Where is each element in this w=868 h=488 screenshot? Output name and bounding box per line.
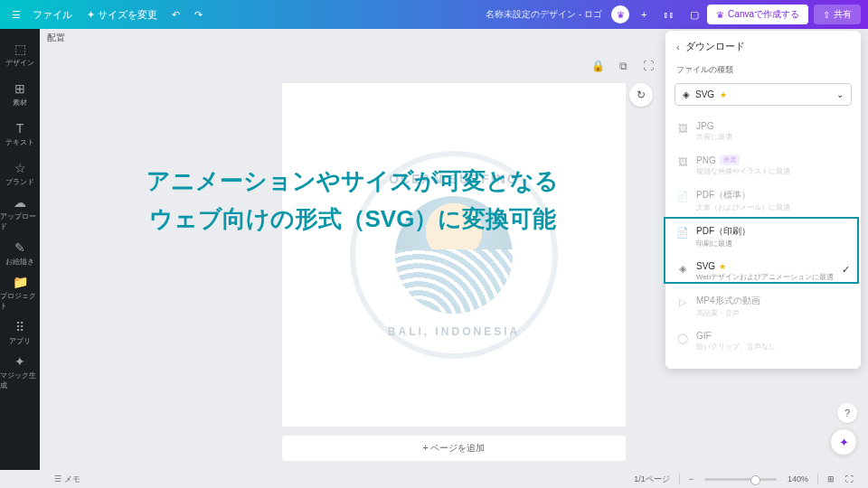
bottom-bar: ☰メモ 1/1ページ − 140% ⊞ ⛶ (40, 470, 868, 488)
format-desc: 印刷に最適 (696, 239, 850, 249)
format-icon: ▷ (676, 296, 689, 308)
format-desc: Webデザインおよびアニメーションに最適 (696, 272, 850, 282)
nav-label: お絵描き (5, 257, 34, 267)
check-icon: ✓ (842, 264, 850, 276)
nav-icon: 📁 (13, 275, 28, 289)
nav-item-8[interactable]: ✦マジック生成 (0, 352, 40, 392)
nav-label: 素材 (13, 98, 27, 108)
nav-item-3[interactable]: ☆ブランド (0, 154, 40, 193)
nav-item-0[interactable]: ⬚デザイン (0, 34, 40, 74)
format-desc: 高品質・音声 (696, 308, 850, 318)
nav-item-5[interactable]: ✎お絵描き (0, 233, 40, 273)
fullscreen-icon[interactable]: ⛶ (840, 474, 859, 483)
position-label[interactable]: 配置 (47, 32, 65, 44)
format-name: JPG (696, 121, 850, 131)
resize-menu[interactable]: ✦ サイズを変更 (80, 8, 165, 22)
help-button[interactable]: ? (837, 403, 857, 423)
back-icon[interactable]: ‹ (676, 42, 680, 52)
format-icon: 🖼 (676, 122, 689, 135)
hamburger-icon[interactable]: ☰ (7, 9, 25, 21)
nav-label: ブランド (5, 177, 34, 187)
zoom-value[interactable]: 140% (782, 474, 814, 483)
expand-icon[interactable]: ⛶ (638, 56, 658, 76)
create-button[interactable]: ♛Canvaで作成する (707, 5, 808, 24)
design-title[interactable]: 名称未設定のデザイン - ロゴ (210, 8, 609, 21)
upload-icon: ⇧ (823, 10, 830, 20)
format-icon: 📄 (676, 190, 689, 202)
grid-view-icon[interactable]: ⊞ (822, 474, 840, 483)
refresh-button[interactable]: ↻ (629, 83, 653, 107)
nav-item-6[interactable]: 📁プロジェクト (0, 273, 40, 313)
zoom-slider[interactable] (704, 478, 777, 481)
nav-icon: ☆ (14, 161, 26, 175)
nav-label: デザイン (5, 58, 34, 68)
logo-text-top: OCEAN SURFING (363, 172, 544, 186)
present-icon[interactable]: ▢ (684, 4, 705, 25)
format-name: MP4形式の動画 (696, 295, 850, 307)
crown-icon[interactable]: ♛ (611, 5, 629, 23)
nav-icon: ✎ (14, 240, 25, 255)
format-list: 🖼JPG共有に最適🖼PNG 推奨複雑な画像やイラストに最適📄PDF（標準）文書（… (665, 113, 861, 360)
format-item-PNG[interactable]: 🖼PNG 推奨複雑な画像やイラストに最適 (665, 148, 861, 183)
format-item-GIF[interactable]: ◯GIF短いクリップ、音声なし (665, 324, 861, 358)
format-desc: 共有に最適 (696, 132, 850, 142)
nav-icon: ✦ (14, 354, 25, 369)
left-sidebar: ⬚デザイン⊞素材Tテキスト☆ブランド☁アップロード✎お絵描き📁プロジェクト⠿アプ… (0, 29, 40, 470)
analytics-icon[interactable]: ⫾⫾ (658, 4, 680, 25)
nav-icon: ⊞ (14, 81, 25, 96)
memo-icon: ☰ (54, 474, 61, 483)
plus-icon[interactable]: + (633, 4, 655, 25)
format-icon: 📄 (676, 226, 689, 239)
add-page-button[interactable]: + ページを追加 (282, 436, 626, 461)
badge: 推奨 (720, 155, 740, 165)
format-item-PDF（印刷）[interactable]: 📄PDF（印刷）印刷に最適 (665, 219, 861, 255)
crown-small-icon: ♛ (716, 10, 724, 20)
nav-icon: ⬚ (14, 42, 26, 56)
nav-label: マジック生成 (0, 371, 40, 390)
nav-item-7[interactable]: ⠿アプリ (0, 313, 40, 352)
canvas-tools: 🔒 ⧉ ⛶ (588, 56, 658, 76)
download-title: ダウンロード (685, 40, 745, 53)
format-name: PDF（印刷） (696, 225, 850, 238)
format-item-SVG[interactable]: ◈SVG ★Webデザインおよびアニメーションに最適✓ (665, 255, 861, 288)
magic-button[interactable]: ✦ (830, 428, 857, 455)
nav-icon: ⠿ (15, 320, 24, 334)
format-name: PDF（標準） (696, 189, 850, 202)
nav-icon: T (16, 121, 24, 136)
undo-icon[interactable]: ↶ (165, 9, 187, 21)
chevron-down-icon: ⌄ (836, 89, 844, 99)
format-name: SVG ★ (696, 261, 850, 271)
format-item-MP4形式の動画[interactable]: ▷MP4形式の動画高品質・音声 (665, 288, 861, 324)
logo-graphic[interactable]: OCEAN SURFING BALI, INDONESIA (350, 151, 558, 359)
redo-icon[interactable]: ↷ (187, 9, 210, 21)
logo-text-bottom: BALI, INDONESIA (363, 325, 544, 338)
file-menu[interactable]: ファイル (25, 8, 80, 22)
nav-item-4[interactable]: ☁アップロード (0, 193, 40, 233)
share-button[interactable]: ⇧共有 (814, 5, 861, 24)
format-item-JPG[interactable]: 🖼JPG共有に最適 (665, 115, 861, 148)
zoom-out-icon[interactable]: − (684, 474, 699, 483)
format-desc: 複雑な画像やイラストに最適 (696, 166, 850, 176)
filetype-select[interactable]: ◈SVG★ ⌄ (675, 83, 852, 106)
memo-button[interactable]: ☰メモ (49, 474, 86, 485)
nav-label: アプリ (9, 336, 31, 346)
format-item-PDF（標準）[interactable]: 📄PDF（標準）文書（およびメール）に最適 (665, 183, 861, 219)
nav-item-1[interactable]: ⊞素材 (0, 74, 40, 114)
format-icon: ◯ (676, 332, 689, 344)
lock-icon[interactable]: 🔒 (588, 56, 608, 76)
duplicate-icon[interactable]: ⧉ (613, 56, 633, 76)
nav-label: プロジェクト (0, 291, 40, 311)
filetype-label: ファイルの種類 (665, 61, 861, 80)
format-name: PNG 推奨 (696, 155, 850, 165)
nav-icon: ☁ (14, 195, 26, 210)
sub-toolbar: 配置 (40, 29, 72, 47)
page-indicator[interactable]: 1/1ページ (628, 474, 675, 485)
logo-wave-graphic (395, 196, 513, 314)
nav-item-2[interactable]: Tテキスト (0, 114, 40, 154)
format-desc: 文書（およびメール）に最適 (696, 202, 850, 212)
topbar: ☰ ファイル ✦ サイズを変更 ↶ ↷ 名称未設定のデザイン - ロゴ ♛ + … (0, 0, 868, 29)
design-page[interactable]: OCEAN SURFING BALI, INDONESIA (282, 83, 626, 427)
download-panel: ‹ ダウンロード ファイルの種類 ◈SVG★ ⌄ 🖼JPG共有に最適🖼PNG 推… (665, 31, 861, 369)
svg-icon: ◈ (683, 89, 690, 99)
nav-label: テキスト (5, 137, 34, 147)
